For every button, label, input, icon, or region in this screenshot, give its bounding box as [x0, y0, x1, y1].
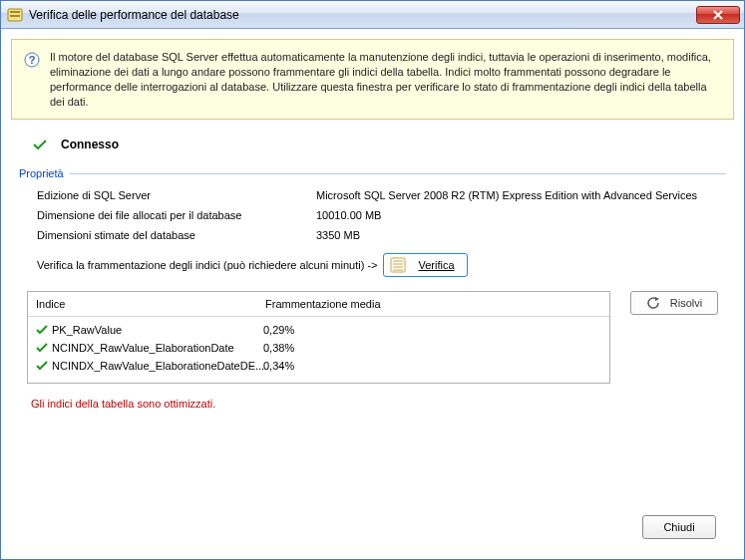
- check-icon: [36, 343, 48, 353]
- index-fragmentation: 0,29%: [263, 324, 603, 336]
- check-icon: [36, 325, 48, 335]
- info-icon: ?: [24, 52, 40, 68]
- close-button[interactable]: Chiudi: [642, 515, 716, 539]
- properties-header-label: Proprietà: [19, 167, 64, 179]
- index-fragmentation: 0,38%: [263, 342, 603, 354]
- resolve-button-label: Risolvi: [670, 297, 702, 309]
- property-row: Edizione di SQL Server Microsoft SQL Ser…: [37, 189, 726, 201]
- verify-prompt: Verifica la frammentazione degli indici …: [37, 259, 377, 271]
- table-row[interactable]: NCINDX_RawValue_ElaborationDate 0,38%: [30, 339, 607, 357]
- properties-header: Proprietà: [19, 167, 726, 179]
- window-close-button[interactable]: [696, 6, 740, 24]
- column-header-index[interactable]: Indice: [36, 298, 265, 310]
- property-label: Dimensioni stimate del database: [37, 229, 316, 241]
- properties-section: Proprietà Edizione di SQL Server Microso…: [19, 167, 726, 410]
- connection-status: Connesso: [33, 138, 734, 151]
- property-value: Microsoft SQL Server 2008 R2 (RTM) Expre…: [316, 189, 697, 201]
- status-label: Connesso: [61, 138, 119, 151]
- list-icon: [390, 257, 406, 273]
- check-icon: [33, 140, 47, 149]
- svg-text:?: ?: [29, 54, 36, 66]
- table-row[interactable]: NCINDX_RawValue_ElaborationeDateDE... 0,…: [30, 357, 607, 375]
- info-panel: ? Il motore del database SQL Server effe…: [11, 39, 734, 120]
- svg-marker-12: [655, 297, 659, 301]
- dialog-window: Verifica delle performance del database …: [0, 0, 745, 560]
- property-value: 3350 MB: [316, 229, 360, 241]
- resolve-area: Risolvi: [630, 291, 718, 384]
- info-text: Il motore del database SQL Server effett…: [50, 50, 721, 109]
- optimized-status: Gli indici della tabella sono ottimizzat…: [31, 398, 726, 410]
- close-button-label: Chiudi: [663, 521, 694, 533]
- index-name: NCINDX_RawValue_ElaborationDate: [52, 342, 263, 354]
- index-name: PK_RawValue: [52, 324, 263, 336]
- dialog-footer: Chiudi: [11, 509, 734, 549]
- svg-rect-2: [10, 15, 20, 17]
- verify-button[interactable]: Verifica: [383, 253, 467, 277]
- index-table-header: Indice Frammentazione media: [28, 292, 609, 317]
- properties-grid: Edizione di SQL Server Microsoft SQL Ser…: [37, 189, 726, 241]
- close-icon: [713, 10, 723, 20]
- column-header-fragmentation[interactable]: Frammentazione media: [265, 298, 601, 310]
- property-value: 10010.00 MB: [316, 209, 381, 221]
- verify-button-label: Verifica: [418, 259, 454, 271]
- index-area: Indice Frammentazione media PK_RawValue …: [27, 291, 718, 384]
- property-label: Edizione di SQL Server: [37, 189, 316, 201]
- check-icon: [36, 361, 48, 371]
- table-row[interactable]: PK_RawValue 0,29%: [30, 321, 607, 339]
- property-row: Dimensioni stimate del database 3350 MB: [37, 229, 726, 241]
- resolve-button[interactable]: Risolvi: [630, 291, 718, 315]
- window-title: Verifica delle performance del database: [29, 8, 696, 22]
- property-label: Dimensione dei file allocati per il data…: [37, 209, 316, 221]
- divider: [70, 173, 726, 174]
- app-icon: [7, 7, 23, 23]
- verify-row: Verifica la frammentazione degli indici …: [37, 253, 726, 277]
- content-area: ? Il motore del database SQL Server effe…: [1, 29, 744, 559]
- refresh-icon: [646, 296, 660, 310]
- property-row: Dimensione dei file allocati per il data…: [37, 209, 726, 221]
- index-fragmentation: 0,34%: [263, 360, 603, 372]
- index-name: NCINDX_RawValue_ElaborationeDateDE...: [52, 360, 263, 372]
- svg-rect-1: [10, 11, 20, 13]
- titlebar: Verifica delle performance del database: [1, 1, 744, 29]
- index-table: Indice Frammentazione media PK_RawValue …: [27, 291, 610, 384]
